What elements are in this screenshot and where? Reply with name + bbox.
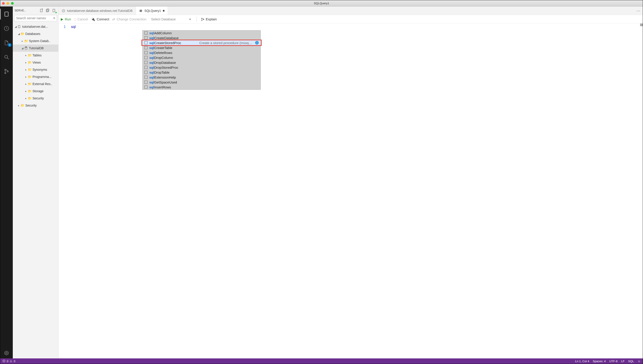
suggestion-desc: Create a stored procedure (mssq… [183,41,252,45]
database-icon [24,46,28,50]
activity-explorer-icon[interactable]: 1 [0,38,13,48]
svg-line-4 [7,58,9,59]
suggestion-item[interactable]: sqlDeleteRows [143,50,261,55]
error-icon: ⓧ [3,359,5,363]
server-status-icon[interactable] [52,8,57,13]
svg-point-23 [201,20,202,20]
tree-programmability-node[interactable]: ▸📁Programma... [13,73,58,80]
editor-tabs: tutorialserver.database.windows.net:Tuto… [59,6,643,15]
suggestion-item[interactable]: sqlCreateTable [143,45,261,50]
change-connection-button[interactable]: ⇄Change Connection [112,17,146,21]
folder-icon: 📁 [28,75,32,78]
tree-security-inner-node[interactable]: ▸📁Security [13,95,58,102]
tree-views-node[interactable]: ▸📁Views [13,59,58,66]
status-language[interactable]: SQL [628,360,634,363]
svg-rect-0 [5,12,8,16]
status-spaces[interactable]: Spaces: 4 [593,360,606,363]
folder-icon: 📁 [24,39,28,43]
suggestion-item[interactable]: sqlAddColumn [143,30,261,35]
activity-history-icon[interactable] [0,23,13,34]
warning-icon: ⚠ [10,360,12,363]
snippet-icon [144,61,147,64]
tab-overflow-button[interactable]: ⋯ [634,6,643,15]
svg-rect-19 [140,10,142,10]
tree-system-databases-node[interactable]: ▸📁System Datab.. [13,38,58,44]
tree-synonyms-node[interactable]: ▸📁Synonyms [13,66,58,73]
tree-security-outer-node[interactable]: ▸📁Security [13,102,58,109]
minimize-window-button[interactable] [7,2,9,5]
plug-icon: 🔌 [91,17,95,21]
graph-icon [201,18,204,21]
clear-search-icon[interactable]: ✕ [53,16,56,20]
suggestion-item[interactable]: sqlCreateDatabase [143,35,261,40]
activity-servers[interactable] [0,9,13,20]
status-bar: ⓧ0⚠0 Ln 1, Col 4 Spaces: 4 UTF-8 LF SQL … [0,358,643,364]
status-encoding[interactable]: UTF-8 [609,360,618,363]
folder-icon: 📁 [21,32,25,36]
tab-dashboard-label: tutorialserver.database.windows.net:Tuto… [67,9,132,12]
explain-button[interactable]: Explain [201,17,217,21]
close-window-button[interactable] [2,2,5,5]
tree-databases-node[interactable]: ◢📁Databases [13,30,58,38]
tab-sqlquery[interactable]: SQLQuery1 [136,6,168,15]
app-body: 1 SERVE.. ✕ [0,6,643,358]
svg-point-5 [5,69,6,70]
run-button[interactable]: ▶Run [61,17,71,21]
app-window: SQLQuery1 1 [0,0,643,364]
status-lncol[interactable]: Ln 1, Col 4 [575,360,589,363]
dashboard-icon [62,9,65,12]
main-area: tutorialserver.database.windows.net:Tuto… [59,6,643,358]
cancel-button[interactable]: □Cancel [74,17,88,21]
svg-point-7 [7,71,8,72]
snippet-icon [144,46,147,49]
window-title: SQLQuery1 [314,2,329,5]
svg-line-18 [63,10,64,11]
server-search: ✕ [14,15,57,21]
database-selector[interactable]: Select Database▾ [149,17,192,22]
suggestion-item[interactable]: sqlDropTable [143,70,261,75]
maximize-window-button[interactable] [11,2,14,5]
svg-rect-14 [53,9,55,12]
status-errors[interactable]: ⓧ0⚠0 [3,359,15,363]
svg-point-8 [6,352,7,354]
suggestion-item[interactable]: sqlGetSpaceUsed [143,80,261,84]
activity-source-control-icon[interactable] [0,66,13,77]
folder-icon: 📁 [28,96,32,100]
snippet-icon [144,51,147,54]
info-icon: i [255,41,259,44]
suggestion-item[interactable]: sqlDropStoredProc [143,65,261,70]
tree-server-node[interactable]: ◢tutorialserver.dat... [13,23,58,30]
svg-point-16 [25,46,27,48]
activity-search-icon[interactable] [0,52,13,62]
tree-tables-node[interactable]: ▸📁Tables [13,52,58,59]
play-icon: ▶ [61,17,63,21]
snippet-icon [144,86,147,89]
suggestion-item[interactable]: sqlDropColumn [143,55,261,60]
explorer-badge: 1 [8,43,12,47]
suggestion-item[interactable]: sqlExtensionHelp [143,75,261,80]
status-eol[interactable]: LF [621,360,625,363]
suggestion-item[interactable]: sqlDropDatabase [143,60,261,65]
new-connection-icon[interactable] [39,8,44,13]
tree-tutorialdb-node[interactable]: ◢TutorialDB [13,44,58,52]
suggestion-item[interactable]: sqlCreateStoredProcCreate a stored proce… [143,40,261,45]
tree-storage-node[interactable]: ▸📁Storage [13,88,58,95]
suggestion-item[interactable]: sqlInsertRows [143,84,261,90]
tab-dashboard[interactable]: tutorialserver.database.windows.net:Tuto… [59,6,136,15]
tree-external-resources-node[interactable]: ▸📁External Res.. [13,80,58,88]
snippet-icon [144,56,147,59]
chevron-down-icon: ▾ [189,17,191,21]
new-group-icon[interactable] [45,8,50,13]
activity-settings-icon[interactable] [0,348,13,358]
status-feedback-icon[interactable]: ☺ [638,360,640,363]
connect-button[interactable]: 🔌Connect [91,17,109,21]
svg-rect-12 [46,10,48,12]
query-icon [139,9,143,12]
dirty-indicator-icon [163,10,164,12]
svg-rect-20 [140,10,142,11]
typed-text: sql [71,25,76,29]
line-gutter: 1 [59,24,68,358]
scrollbar-indicator[interactable] [640,24,643,26]
code-editor[interactable]: 1 sql sqlAddColumnsqlCreateDatabasesqlCr… [59,24,643,358]
server-search-input[interactable] [14,15,57,21]
